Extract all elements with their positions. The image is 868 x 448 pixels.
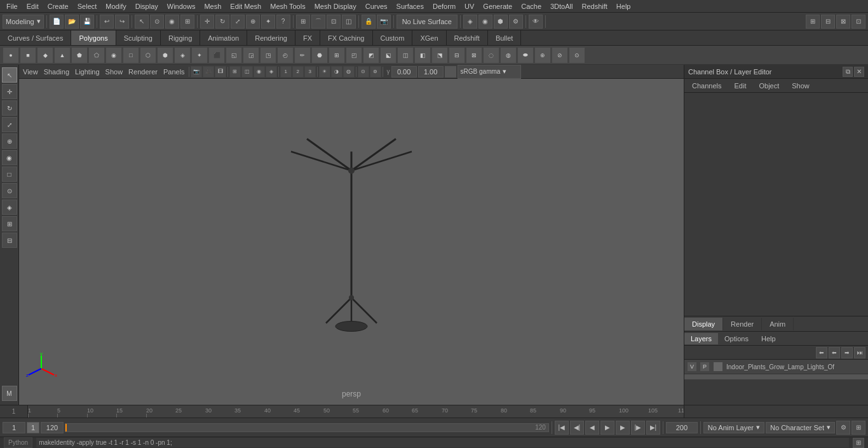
shelf-icon-block[interactable]: ⬛ <box>208 47 225 64</box>
tab-rigging[interactable]: Rigging <box>161 31 200 45</box>
shelf-icon-plus[interactable]: ⊕ <box>534 47 551 64</box>
step-fwd-key-button[interactable]: |▶ <box>631 421 645 435</box>
anim-progress-bar[interactable]: 120 <box>65 423 549 432</box>
save-file-button[interactable]: 💾 <box>80 15 94 29</box>
shelf-icon-r5[interactable]: ◰ <box>346 47 362 64</box>
python-mode-button[interactable]: Python <box>4 437 32 448</box>
menu-item-surfaces[interactable]: Surfaces <box>393 1 428 11</box>
viewport-canvas[interactable]: x y z persp <box>19 79 684 405</box>
shelf-icon-cube[interactable]: ■ <box>20 47 36 64</box>
shelf-icon-hexa[interactable]: ⬡ <box>140 47 156 64</box>
soft-mod-button[interactable]: ◉ <box>2 150 17 165</box>
shelf-icon-dot[interactable]: ⊙ <box>569 47 585 64</box>
goto-start-button[interactable]: |◀ <box>555 421 569 435</box>
shelf-icon-r4[interactable]: ◴ <box>277 47 294 64</box>
menu-item-edit-mesh[interactable]: Edit Mesh <box>226 1 265 11</box>
tab-edit[interactable]: Edit <box>729 81 751 91</box>
workspace-layout-1[interactable]: ⊞ <box>806 15 820 29</box>
tab-show[interactable]: Show <box>787 81 815 91</box>
lasso-tool-button[interactable]: ⊙ <box>2 183 17 198</box>
anim-range-end-field[interactable]: 200 <box>666 422 698 433</box>
shading-menu[interactable]: Shading <box>41 66 72 78</box>
no-char-set-field[interactable]: No Character Set ▾ <box>766 422 835 433</box>
ambient-occ-icon[interactable]: ◍ <box>343 66 355 78</box>
menu-item-edit[interactable]: Edit <box>23 1 43 11</box>
shelf-icon-circ3[interactable]: ◍ <box>500 47 517 64</box>
camera-icon-2[interactable]: 🎥 <box>203 66 214 78</box>
lasso-button[interactable]: ⊙ <box>150 15 164 29</box>
tab-sculpting[interactable]: Sculpting <box>116 31 161 45</box>
move-tool-button[interactable]: ✛ <box>2 84 17 99</box>
shelf-icon-ell[interactable]: ⬬ <box>517 47 534 64</box>
pivot2-button[interactable]: ⊟ <box>2 233 17 248</box>
shelf-icon-hexa2[interactable]: ⬢ <box>157 47 173 64</box>
shelf-icon-grid[interactable]: ⊞ <box>329 47 345 64</box>
layers-scroll-thumb[interactable] <box>684 374 868 379</box>
menu-item-create[interactable]: Create <box>44 1 72 11</box>
command-field[interactable]: makeIdentity -apply true -t 1 -r 1 -s 1 … <box>36 438 849 447</box>
panel-float-button[interactable]: ⧉ <box>843 67 853 77</box>
workspace-layout-2[interactable]: ⊟ <box>821 15 835 29</box>
menu-item-display[interactable]: Display <box>132 1 162 11</box>
tab-render[interactable]: Render <box>723 318 762 330</box>
gamma-field[interactable]: 0.00 <box>391 66 417 78</box>
low-quality-icon[interactable]: 1 <box>280 66 292 78</box>
menu-item-file[interactable]: File <box>3 1 22 11</box>
shelf-icon-r3[interactable]: ◳ <box>260 47 276 64</box>
panel-close-button[interactable]: ✕ <box>854 67 864 77</box>
shadow-icon[interactable]: ◑ <box>331 66 342 78</box>
shelf-icon-r7[interactable]: ⬕ <box>380 47 397 64</box>
menu-item-3dtoall[interactable]: 3DtoAll <box>546 1 576 11</box>
smooth-icon[interactable]: ◉ <box>254 66 265 78</box>
tab-redshift[interactable]: Redshift <box>447 31 488 45</box>
workspace-dropdown[interactable]: Modeling ▾ <box>3 15 44 29</box>
ipr-button[interactable]: ◉ <box>478 15 492 29</box>
shelf-icon-plane[interactable]: ⬟ <box>71 47 88 64</box>
layer-fwd-button[interactable]: ➡ <box>841 347 853 358</box>
high-quality-icon[interactable]: 3 <box>304 66 316 78</box>
menu-item-redshift[interactable]: Redshift <box>578 1 611 11</box>
shelf-icon-cone[interactable]: ▲ <box>54 47 71 64</box>
paint-sel-button[interactable]: ◈ <box>2 200 17 215</box>
tab-curves-surfaces[interactable]: Curves / Surfaces <box>0 31 71 45</box>
goto-end-button[interactable]: ▶| <box>646 421 660 435</box>
menu-item-curves[interactable]: Curves <box>362 1 391 11</box>
marquee-button[interactable]: □ <box>2 166 17 182</box>
tab-bullet[interactable]: Bullet <box>488 31 522 45</box>
timeline-ruler[interactable]: 1 5 10 15 20 25 30 35 40 45 50 55 60 65 … <box>28 405 684 417</box>
shelf-icon-minus[interactable]: ⊟ <box>449 47 465 64</box>
shelf-icon-square[interactable]: □ <box>123 47 139 64</box>
lock-button[interactable]: 🔒 <box>362 15 376 29</box>
tab-rendering[interactable]: Rendering <box>247 31 295 45</box>
shelf-icon-x[interactable]: ⊠ <box>466 47 482 64</box>
tab-display[interactable]: Display <box>684 318 723 330</box>
filmstrip-icon[interactable]: 🎞 <box>215 66 226 78</box>
scale-tool-button[interactable]: ⤢ <box>2 117 17 132</box>
colorspace-dropdown[interactable]: sRGB gamma ▾ <box>458 65 521 79</box>
universal-tool-button[interactable]: ⊕ <box>2 133 17 149</box>
shelf-icon-slash[interactable]: ⊘ <box>552 47 568 64</box>
anim-extra-button[interactable]: ⊞ <box>851 421 865 435</box>
tab-custom[interactable]: Custom <box>373 31 413 45</box>
rotate-tool-button[interactable]: ↻ <box>2 100 17 116</box>
renderer-menu[interactable]: Renderer <box>126 66 160 78</box>
redo-button[interactable]: ↪ <box>115 15 129 29</box>
scale-button[interactable]: ⤢ <box>231 15 245 29</box>
menu-item-select[interactable]: Select <box>74 1 101 11</box>
menu-item-help[interactable]: Help <box>613 1 635 11</box>
tab-layers[interactable]: Layers <box>684 333 718 344</box>
color-swatch[interactable] <box>445 66 456 78</box>
render-settings-button[interactable]: ⚙ <box>509 15 523 29</box>
shelf-icon-r9[interactable]: ◧ <box>414 47 431 64</box>
snap-point-button[interactable]: ⊡ <box>327 15 341 29</box>
shelf-icon-cylinder[interactable]: ◆ <box>37 47 53 64</box>
grid-icon[interactable]: ⊞ <box>229 66 241 78</box>
xray-icon[interactable]: ⊙ <box>358 66 369 78</box>
menu-item-mesh[interactable]: Mesh <box>200 1 225 11</box>
wireframe-icon[interactable]: ◫ <box>241 66 253 78</box>
shelf-icon-circ2[interactable]: ◌ <box>483 47 499 64</box>
tab-animation[interactable]: Animation <box>200 31 247 45</box>
layer-visibility-button[interactable]: V <box>687 362 697 372</box>
camera-icon-1[interactable]: 📷 <box>191 66 202 78</box>
step-back-button[interactable]: ◀ <box>585 421 599 435</box>
